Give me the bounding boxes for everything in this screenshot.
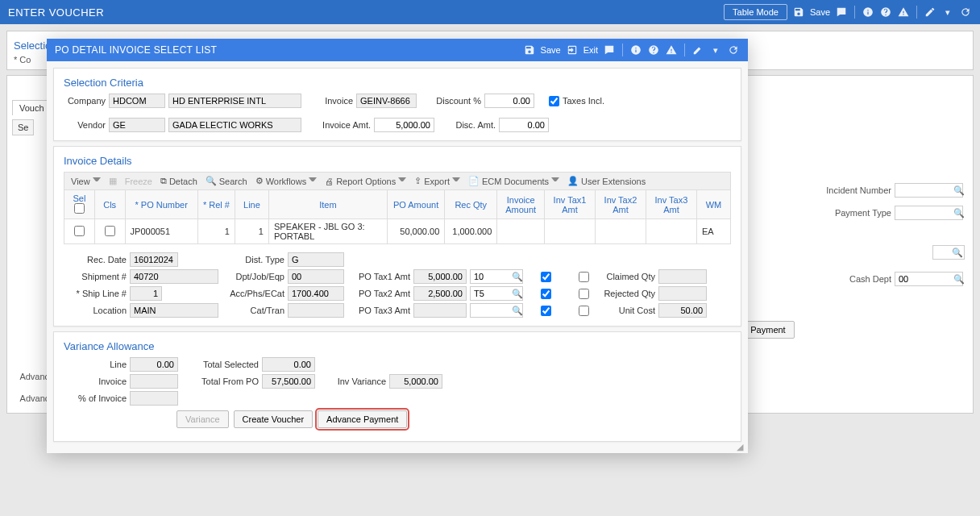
invoice-details-table: Sel Cls * PO Number * Rel # Line Item PO…: [64, 189, 731, 244]
help-icon[interactable]: [647, 44, 660, 56]
detach-button[interactable]: ⧉ Detach: [160, 176, 197, 186]
rejected-qty-input[interactable]: [658, 286, 707, 301]
refresh-icon[interactable]: [727, 44, 740, 56]
format-icon[interactable]: ▦: [109, 176, 117, 186]
tax1-check1[interactable]: [541, 272, 551, 282]
col-line[interactable]: Line: [235, 190, 268, 219]
discount-pct-input[interactable]: [484, 94, 534, 108]
workflows-menu[interactable]: ⚙ Workflows: [255, 176, 318, 186]
tax3-check2[interactable]: [579, 306, 589, 316]
resize-handle[interactable]: ◢: [737, 442, 745, 450]
selection-criteria-title: Selection Criteria: [64, 77, 731, 89]
payment-button[interactable]: Payment: [741, 321, 794, 339]
col-item[interactable]: Item: [268, 190, 387, 219]
row-sel-checkbox[interactable]: [74, 226, 85, 236]
unit-cost-input[interactable]: [658, 303, 707, 318]
po-tax1-input[interactable]: [413, 269, 467, 284]
col-inv-amount[interactable]: Invoice Amount: [497, 190, 545, 219]
col-inv-tax3[interactable]: Inv Tax3 Amt: [646, 190, 696, 219]
invoice-amt-input[interactable]: [374, 118, 434, 132]
company-label: Company: [64, 96, 106, 106]
tax1-check2[interactable]: [579, 272, 589, 282]
po-tax3-input[interactable]: [413, 303, 467, 318]
col-rel[interactable]: * Rel #: [197, 190, 235, 219]
col-wm[interactable]: WM: [696, 190, 730, 219]
exit-icon[interactable]: [566, 44, 579, 56]
export-menu[interactable]: ⇪ Export: [414, 176, 460, 186]
edit-icon[interactable]: [924, 6, 936, 19]
edit-icon[interactable]: [691, 44, 704, 56]
table-row[interactable]: JP000051 1 1 SPEAKER - JBL GO 3: PORTABL…: [64, 219, 731, 244]
create-voucher-button[interactable]: Create Voucher: [234, 410, 313, 428]
vendor-label: Vendor: [64, 120, 106, 130]
bg-vouch-tab[interactable]: Vouch: [12, 100, 52, 115]
refresh-icon[interactable]: [959, 6, 972, 19]
modal-exit-button[interactable]: Exit: [583, 45, 598, 55]
po-tax2-code-input[interactable]: [470, 286, 523, 301]
detail-form: Rec. Date Shipment # * Ship Line # Locat…: [64, 252, 731, 318]
bg-se-button[interactable]: Se: [12, 119, 34, 135]
view-menu[interactable]: View: [71, 177, 101, 186]
cat-tran-input[interactable]: [288, 303, 344, 318]
invoice-input[interactable]: [356, 94, 417, 108]
search-icon[interactable]: 🔍: [953, 208, 965, 218]
warning-icon[interactable]: [665, 44, 678, 56]
location-input[interactable]: [130, 303, 218, 318]
rec-date-input[interactable]: [130, 252, 178, 267]
rec-date-label: Rec. Date: [64, 255, 127, 264]
taxes-incl-label: Taxes Incl.: [563, 96, 604, 106]
notes-icon[interactable]: [835, 6, 848, 19]
info-icon[interactable]: [862, 6, 874, 19]
ecm-documents-menu[interactable]: 📄 ECM Documents: [468, 176, 559, 186]
company-input[interactable]: [109, 94, 165, 108]
search-icon[interactable]: 🔍: [953, 274, 965, 285]
user-extensions-button[interactable]: 👤 User Extensions: [567, 176, 646, 186]
disc-amt-input[interactable]: [499, 118, 549, 132]
notes-icon[interactable]: [603, 44, 616, 56]
taxes-incl-checkbox[interactable]: [549, 96, 559, 106]
row-cls-checkbox[interactable]: [105, 226, 115, 236]
table-mode-button[interactable]: Table Mode: [724, 4, 787, 20]
help-icon[interactable]: [879, 6, 892, 19]
po-tax2-input[interactable]: [413, 286, 467, 301]
cell-po: JP000051: [125, 219, 197, 244]
claimed-qty-input[interactable]: [658, 269, 707, 284]
col-sel[interactable]: Sel: [69, 194, 89, 203]
col-po-number[interactable]: * PO Number: [125, 190, 197, 219]
search-button[interactable]: 🔍 Search: [206, 176, 247, 186]
search-icon[interactable]: 🔍: [952, 248, 963, 257]
po-tax3-label: PO Tax3 Amt: [355, 306, 410, 315]
vendor-input[interactable]: [109, 118, 165, 132]
advance-payment-button[interactable]: Advance Payment: [318, 410, 407, 428]
shipment-input[interactable]: [130, 269, 218, 284]
save-button[interactable]: Save: [810, 7, 830, 17]
po-tax1-code-input[interactable]: [470, 269, 523, 284]
save-icon[interactable]: [792, 6, 805, 19]
po-tax3-code-input[interactable]: [470, 303, 523, 318]
tax2-check2[interactable]: [579, 289, 589, 299]
acc-phs-input[interactable]: [288, 286, 344, 301]
col-rec-qty[interactable]: Rec Qty: [445, 190, 497, 219]
search-icon[interactable]: 🔍: [953, 185, 965, 196]
modal-save-button[interactable]: Save: [541, 45, 561, 55]
dpt-job-input[interactable]: [288, 269, 344, 284]
col-inv-tax2[interactable]: Inv Tax2 Amt: [595, 190, 646, 219]
app-header: ENTER VOUCHER Table Mode Save ▾: [0, 0, 980, 24]
tax2-check1[interactable]: [541, 289, 551, 299]
freeze-button[interactable]: Freeze: [125, 177, 152, 186]
ship-line-input[interactable]: [130, 286, 162, 301]
warning-icon[interactable]: [897, 6, 910, 19]
save-icon[interactable]: [523, 44, 536, 56]
chevron-down-icon[interactable]: ▾: [709, 44, 722, 56]
col-cls[interactable]: Cls: [94, 190, 125, 219]
modal-header: PO DETAIL INVOICE SELECT LIST Save Exit …: [47, 39, 748, 61]
table-header-row: Sel Cls * PO Number * Rel # Line Item PO…: [64, 190, 731, 219]
dist-type-input[interactable]: [288, 252, 344, 267]
tax3-check1[interactable]: [541, 306, 551, 316]
info-icon[interactable]: [629, 44, 642, 56]
col-inv-tax1[interactable]: Inv Tax1 Amt: [545, 190, 596, 219]
col-po-amount[interactable]: PO Amount: [387, 190, 444, 219]
chevron-down-icon[interactable]: ▾: [941, 6, 954, 19]
report-options-menu[interactable]: 🖨 Report Options: [325, 177, 406, 186]
select-all-checkbox[interactable]: [74, 203, 85, 214]
